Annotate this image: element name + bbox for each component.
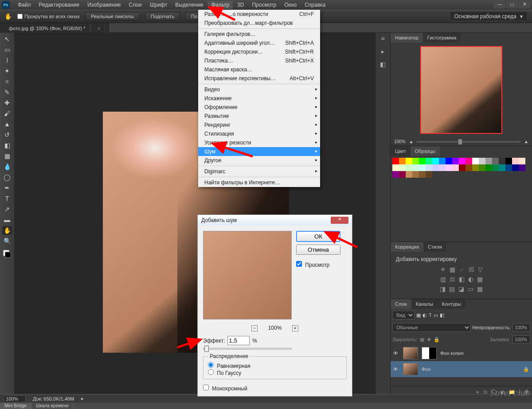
menu-type[interactable]: Шрифт bbox=[146, 1, 171, 9]
bw-icon[interactable]: ◧ bbox=[459, 276, 465, 283]
filter-menu-item[interactable]: Преобразовать дл…март-фильтров bbox=[198, 19, 320, 27]
fill-input[interactable] bbox=[512, 335, 530, 343]
tab-swatches[interactable]: Образцы bbox=[411, 146, 440, 156]
menu-file[interactable]: Файл bbox=[14, 1, 35, 9]
dialog-close-button[interactable]: ✕ bbox=[331, 217, 348, 224]
swatch-item[interactable] bbox=[392, 164, 399, 171]
swatch-item[interactable] bbox=[452, 158, 459, 164]
swatch-item[interactable] bbox=[392, 158, 399, 164]
cancel-button[interactable]: Отмена bbox=[296, 245, 340, 255]
swatch-item[interactable] bbox=[485, 158, 492, 164]
opacity-input[interactable] bbox=[512, 323, 530, 331]
menu-select[interactable]: Выделение bbox=[172, 1, 207, 9]
posterize-icon[interactable]: ▤ bbox=[449, 285, 455, 292]
scroll-all-checkbox[interactable]: Прокрутка во всех окнах bbox=[17, 14, 80, 19]
swatch-item[interactable] bbox=[479, 158, 485, 164]
minimize-button[interactable]: — bbox=[494, 1, 505, 8]
filter-menu-item[interactable]: Видео bbox=[198, 85, 320, 94]
effect-slider[interactable] bbox=[203, 348, 292, 350]
filter-menu-item[interactable]: Размытие bbox=[198, 112, 320, 121]
mixer-icon[interactable]: ▦ bbox=[477, 276, 483, 283]
swatch-item[interactable] bbox=[479, 164, 485, 171]
threshold-icon[interactable]: ◪ bbox=[458, 285, 464, 292]
workspace-selector[interactable]: Основная рабочая среда▾ bbox=[450, 12, 528, 21]
layer-filter-select[interactable]: Вид bbox=[392, 311, 415, 319]
swatch-item[interactable] bbox=[519, 158, 525, 164]
close-tab-icon[interactable]: × bbox=[93, 24, 105, 32]
fit-screen-button[interactable]: Подогнать bbox=[145, 12, 180, 21]
healing-tool-icon[interactable]: ✚ bbox=[2, 98, 12, 107]
filter-menu-item[interactable]: Рендеринг bbox=[198, 121, 320, 129]
tab-channels[interactable]: Каналы bbox=[411, 299, 438, 309]
actions-panel-icon[interactable]: ▸ bbox=[378, 48, 388, 58]
swatch-item[interactable] bbox=[519, 164, 525, 171]
swatch-item[interactable] bbox=[399, 158, 406, 164]
swatch-item[interactable] bbox=[419, 158, 426, 164]
move-tool-icon[interactable]: ↖ bbox=[2, 35, 12, 43]
swatch-item[interactable] bbox=[505, 158, 512, 164]
swatch-item[interactable] bbox=[406, 171, 412, 178]
brush-tool-icon[interactable]: 🖌 bbox=[2, 109, 12, 118]
filter-menu-item[interactable]: Оформление bbox=[198, 103, 320, 112]
filter-menu-item[interactable]: Digimarc bbox=[198, 167, 320, 176]
swatch-item[interactable] bbox=[419, 171, 426, 178]
filter-adjust-icon[interactable]: ◐ bbox=[422, 312, 427, 318]
wand-tool-icon[interactable]: ✦ bbox=[2, 66, 12, 75]
exposure-icon[interactable]: ☒ bbox=[469, 266, 474, 273]
swatch-item[interactable] bbox=[406, 158, 412, 164]
dialog-titlebar[interactable]: Добавить шум ✕ bbox=[198, 215, 352, 226]
lock-pixels-icon[interactable]: ▦ bbox=[420, 337, 424, 343]
stamp-tool-icon[interactable]: ▲ bbox=[2, 120, 12, 129]
swatch-item[interactable] bbox=[472, 164, 479, 171]
swatch-item[interactable] bbox=[466, 158, 472, 164]
menu-window[interactable]: Окно bbox=[281, 1, 300, 9]
swatch-item[interactable] bbox=[426, 171, 432, 178]
swatch-item[interactable] bbox=[452, 164, 459, 171]
menu-view[interactable]: Просмотр bbox=[248, 1, 280, 9]
tab-color[interactable]: Цвет bbox=[391, 146, 411, 156]
ok-button[interactable]: ОК bbox=[296, 231, 340, 242]
swatch-item[interactable] bbox=[466, 164, 472, 171]
blur-tool-icon[interactable]: 💧 bbox=[2, 162, 12, 171]
maximize-button[interactable]: □ bbox=[506, 1, 518, 8]
gradient-tool-icon[interactable]: ▦ bbox=[2, 152, 12, 160]
path-tool-icon[interactable]: ↗ bbox=[2, 205, 12, 214]
filter-menu-item[interactable]: Коррекция дисторсии…Shift+Ctrl+R bbox=[198, 47, 320, 56]
visibility-icon[interactable]: 👁 bbox=[393, 351, 399, 356]
properties-panel-icon[interactable]: ◧ bbox=[378, 61, 388, 71]
swatch-item[interactable] bbox=[426, 164, 432, 171]
menu-edit[interactable]: Редактирование bbox=[35, 1, 83, 9]
invert-icon[interactable]: ◨ bbox=[440, 285, 446, 292]
zoom-in-button[interactable]: + bbox=[292, 325, 298, 331]
balance-icon[interactable]: ⚖ bbox=[450, 276, 455, 283]
hand-tool-icon[interactable]: ✋ bbox=[2, 226, 12, 235]
filter-pixel-icon[interactable]: ▦ bbox=[416, 312, 421, 318]
swatch-item[interactable] bbox=[485, 164, 492, 171]
swatch-item[interactable] bbox=[459, 158, 466, 164]
type-tool-icon[interactable]: T bbox=[2, 194, 12, 203]
swatch-item[interactable] bbox=[512, 158, 519, 164]
tab-navigator[interactable]: Навигатор bbox=[391, 33, 423, 43]
eyedropper-tool-icon[interactable]: ✎ bbox=[2, 88, 12, 97]
swatch-item[interactable] bbox=[432, 164, 439, 171]
swatch-item[interactable] bbox=[399, 164, 406, 171]
layer-name[interactable]: Фон bbox=[422, 366, 431, 372]
actual-pixels-button[interactable]: Реальные пикселы bbox=[85, 12, 140, 21]
menu-help[interactable]: Справка bbox=[301, 1, 329, 9]
filter-shape-icon[interactable]: ▭ bbox=[434, 312, 438, 318]
status-arrow-icon[interactable]: ▸ bbox=[81, 396, 84, 401]
swatch-item[interactable] bbox=[392, 171, 399, 178]
swatch-item[interactable] bbox=[499, 158, 505, 164]
navigator-thumbnail[interactable] bbox=[420, 46, 502, 134]
preview-checkbox[interactable]: Просмотр bbox=[296, 261, 340, 268]
menu-image[interactable]: Изображение bbox=[84, 1, 125, 9]
tab-timeline[interactable]: Шкала времени bbox=[31, 403, 73, 409]
navigator-zoom-slider[interactable] bbox=[417, 141, 520, 143]
swatch-item[interactable] bbox=[446, 158, 452, 164]
brightness-icon[interactable]: ☀ bbox=[440, 266, 446, 273]
swatch-item[interactable] bbox=[412, 171, 419, 178]
swatch-item[interactable] bbox=[406, 164, 412, 171]
swatch-item[interactable] bbox=[419, 164, 426, 171]
hue-icon[interactable]: ▥ bbox=[440, 276, 446, 283]
swatch-item[interactable] bbox=[446, 164, 452, 171]
